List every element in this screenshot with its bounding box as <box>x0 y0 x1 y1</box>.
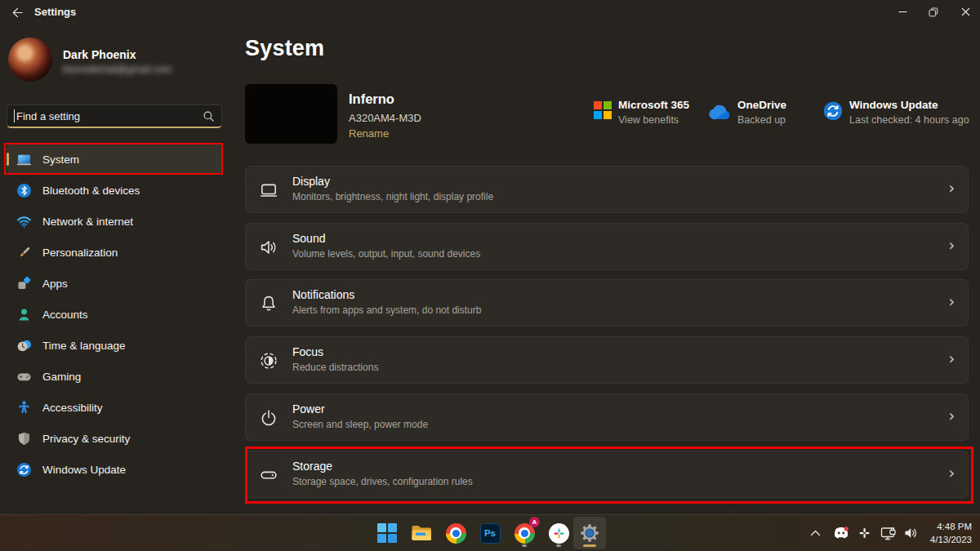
gamepad-icon <box>16 369 32 384</box>
settings-row-display[interactable]: Display Monitors, brightness, night ligh… <box>245 166 969 213</box>
status-card-title[interactable]: Windows Update <box>849 99 938 111</box>
row-title: Notifications <box>292 288 354 301</box>
minimize-icon <box>898 7 907 16</box>
speaker-icon <box>259 238 278 257</box>
device-model: A320AM4-M3D <box>349 112 421 124</box>
device-name: Inferno <box>349 91 394 107</box>
wifi-icon <box>16 214 32 229</box>
restore-icon <box>929 7 938 17</box>
tray-discord-icon[interactable] <box>833 527 849 540</box>
taskbar: Ps A <box>0 514 980 551</box>
row-title: Power <box>292 402 325 415</box>
row-subtitle: Alerts from apps and system, do not dist… <box>292 304 481 316</box>
bell-icon <box>259 294 278 313</box>
folder-icon <box>411 524 432 542</box>
row-subtitle: Reduce distractions <box>292 362 378 373</box>
sidebar-item-accessibility[interactable]: Accessibility <box>7 393 222 422</box>
microsoft-365-icon <box>594 101 612 119</box>
sidebar-item-personalization[interactable]: Personalization <box>7 238 222 267</box>
shield-icon <box>16 431 32 447</box>
chevron-right-icon: › <box>948 407 955 424</box>
back-arrow-icon <box>11 7 24 19</box>
chevron-right-icon: › <box>948 464 955 482</box>
focus-icon <box>259 351 278 371</box>
text-caret <box>14 109 15 122</box>
tray-chevron-up[interactable] <box>810 530 821 537</box>
settings-row-focus[interactable]: Focus Reduce distractions › <box>245 336 969 384</box>
clock-date: 4/13/2023 <box>930 533 972 546</box>
device-thumbnail <box>245 84 337 144</box>
status-card-title[interactable]: OneDrive <box>737 99 786 111</box>
row-title: Sound <box>292 232 325 245</box>
sidebar-item-time-language[interactable]: Time & language <box>7 331 222 360</box>
sidebar-item-label: Windows Update <box>42 464 126 476</box>
status-card-subtitle: Backed up <box>737 114 786 126</box>
slack-icon <box>549 523 569 544</box>
close-icon <box>961 7 970 16</box>
settings-row-notifications[interactable]: Notifications Alerts from apps and syste… <box>245 279 969 327</box>
user-email-blurred: blurredemail@gmail.com <box>63 64 172 75</box>
profile-badge: A <box>529 517 540 527</box>
minimize-button[interactable] <box>886 0 919 24</box>
row-subtitle: Monitors, brightness, night light, displ… <box>292 191 493 202</box>
photoshop-icon: Ps <box>480 523 501 544</box>
storage-drive-icon <box>259 465 278 485</box>
row-title: Display <box>292 175 330 188</box>
user-name: Dark Phoenix <box>63 48 136 61</box>
close-button[interactable] <box>949 0 980 24</box>
sidebar-item-gaming[interactable]: Gaming <box>7 362 222 391</box>
system-icon <box>16 152 32 167</box>
taskbar-clock[interactable]: 4:48 PM 4/13/2023 <box>930 520 972 546</box>
back-button[interactable] <box>7 3 28 21</box>
sidebar-item-network-internet[interactable]: Network & internet <box>7 207 222 236</box>
windows-update-icon <box>823 101 843 124</box>
sidebar-item-label: Bluetooth & devices <box>42 184 140 197</box>
tray-slack-icon[interactable] <box>858 527 871 540</box>
apps-icon <box>16 276 32 291</box>
status-card-subtitle: View benefits <box>618 114 679 126</box>
avatar[interactable] <box>8 38 52 82</box>
row-title: Focus <box>292 345 323 358</box>
person-icon <box>16 307 32 322</box>
sidebar-item-bluetooth-devices[interactable]: Bluetooth & devices <box>7 176 222 205</box>
status-card-title[interactable]: Microsoft 365 <box>618 99 689 111</box>
start-button[interactable] <box>371 517 403 549</box>
sidebar-item-system[interactable]: System <box>7 144 222 174</box>
sidebar-item-label: Network & internet <box>42 216 133 228</box>
restore-button[interactable] <box>917 0 950 24</box>
status-card-subtitle: Last checked: 4 hours ago <box>849 114 969 126</box>
sidebar-item-label: Personalization <box>42 247 118 259</box>
power-icon <box>259 408 278 428</box>
settings-row-storage[interactable]: Storage Storage space, drives, configura… <box>245 451 969 498</box>
paintbrush-icon <box>16 245 32 260</box>
sidebar-item-windows-update[interactable]: Windows Update <box>7 455 222 484</box>
sidebar-item-accounts[interactable]: Accounts <box>7 300 222 329</box>
photoshop-button[interactable]: Ps <box>474 517 506 549</box>
settings-app-button[interactable] <box>573 517 606 549</box>
rename-link[interactable]: Rename <box>349 127 389 140</box>
row-subtitle: Storage space, drives, configuration rul… <box>292 476 473 487</box>
running-indicator <box>522 544 527 547</box>
row-title: Storage <box>292 460 332 473</box>
settings-gear-icon <box>579 522 600 544</box>
chrome-button[interactable] <box>439 517 472 549</box>
file-explorer-button[interactable] <box>405 517 438 549</box>
tray-volume-icon[interactable] <box>903 527 919 540</box>
settings-row-power[interactable]: Power Screen and sleep, power mode › <box>245 393 969 441</box>
tray-network-icon[interactable] <box>880 526 898 540</box>
sidebar-item-apps[interactable]: Apps <box>7 269 222 298</box>
sidebar-item-label: Apps <box>42 278 68 290</box>
sidebar-item-privacy-security[interactable]: Privacy & security <box>7 424 222 453</box>
chrome-profile-button[interactable]: A <box>508 517 541 549</box>
update-icon <box>16 462 32 478</box>
chevron-right-icon: › <box>948 292 955 310</box>
search-input[interactable]: Find a setting <box>7 104 222 128</box>
sidebar-item-label: Accounts <box>42 309 88 321</box>
slack-button[interactable] <box>542 517 575 549</box>
search-placeholder: Find a setting <box>16 110 203 122</box>
search-icon <box>203 110 215 122</box>
sidebar-item-label: Gaming <box>42 371 81 383</box>
settings-row-sound[interactable]: Sound Volume levels, output, input, soun… <box>245 223 969 270</box>
chevron-right-icon: › <box>948 179 955 197</box>
row-subtitle: Screen and sleep, power mode <box>292 419 428 430</box>
